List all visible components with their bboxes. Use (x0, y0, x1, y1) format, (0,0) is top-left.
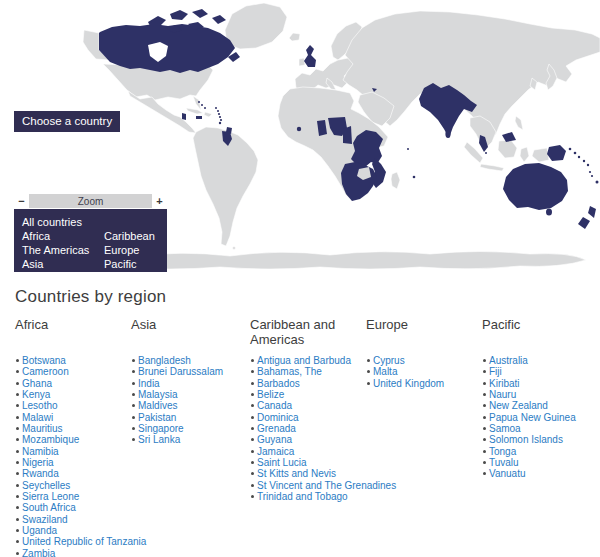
country-link-barbados[interactable]: Barbados (257, 378, 300, 389)
country-link-canada[interactable]: Canada (257, 400, 292, 411)
map-bahamas (198, 101, 200, 103)
map-png-island (569, 148, 572, 151)
country-link-united-kingdom[interactable]: United Kingdom (373, 378, 444, 389)
map-new-zealand-south (578, 217, 590, 229)
country-link-bangladesh[interactable]: Bangladesh (138, 355, 191, 366)
country-link-namibia[interactable]: Namibia (22, 446, 59, 457)
country-link-antigua-and-barbuda[interactable]: Antigua and Barbuda (257, 355, 351, 366)
country-link-malaysia[interactable]: Malaysia (138, 389, 177, 400)
country-list-item: Australia (489, 355, 588, 366)
country-list-item: Jamaica (257, 446, 362, 457)
country-list-item: Guyana (257, 434, 362, 445)
country-link-fiji[interactable]: Fiji (489, 366, 502, 377)
country-link-trinidad-and-tobago[interactable]: Trinidad and Tobago (257, 491, 348, 502)
country-list-item: Namibia (22, 446, 127, 457)
country-list-item: Bahamas, The (257, 366, 362, 377)
country-link-rwanda[interactable]: Rwanda (22, 468, 59, 479)
country-list-item: Pakistan (138, 412, 246, 423)
map-tasmania (546, 209, 552, 216)
country-link-nigeria[interactable]: Nigeria (22, 457, 54, 468)
region-filter-pacific[interactable]: Pacific (104, 257, 159, 271)
country-list-item: Solomon Islands (489, 434, 588, 445)
country-link-guyana[interactable]: Guyana (257, 434, 292, 445)
region-filter-europe[interactable]: Europe (104, 243, 159, 257)
country-link-india[interactable]: India (138, 378, 160, 389)
country-link-jamaica[interactable]: Jamaica (257, 446, 294, 457)
country-list-item: Maldives (138, 400, 246, 411)
country-link-grenada[interactable]: Grenada (257, 423, 296, 434)
region-filter-africa[interactable]: Africa (22, 229, 104, 243)
country-link-samoa[interactable]: Samoa (489, 423, 521, 434)
map-papua-new-guinea (547, 145, 566, 161)
country-list-item: Cyprus (373, 355, 478, 366)
country-link-vanuatu[interactable]: Vanuatu (489, 468, 526, 479)
country-link-united-republic-of-tanzania[interactable]: United Republic of Tanzania (22, 536, 146, 547)
region-filter-all-countries[interactable]: All countries (22, 215, 159, 229)
country-link-mauritius[interactable]: Mauritius (22, 423, 63, 434)
country-list-item: Cameroon (22, 366, 127, 377)
country-link-nauru[interactable]: Nauru (489, 389, 516, 400)
country-link-ghana[interactable]: Ghana (22, 378, 52, 389)
country-link-sierra-leone[interactable]: Sierra Leone (22, 491, 79, 502)
map-philippines (515, 116, 523, 130)
country-link-papua-new-guinea[interactable]: Papua New Guinea (489, 412, 576, 423)
map-png-island (574, 152, 577, 155)
region-filter-caribbean[interactable]: Caribbean (104, 229, 159, 243)
zoom-label: Zoom (29, 196, 152, 207)
country-list-item: Canada (257, 400, 362, 411)
country-link-new-zealand[interactable]: New Zealand (489, 400, 548, 411)
map-antilles (215, 107, 217, 109)
map-australia (503, 163, 568, 210)
map-zoom-control: − Zoom + (14, 194, 167, 208)
country-list-item: Singapore (138, 423, 246, 434)
country-link-malta[interactable]: Malta (373, 366, 397, 377)
country-list-item: Zambia (22, 548, 127, 557)
map-madagascar (391, 172, 400, 189)
country-list-item: Kiribati (489, 378, 588, 389)
country-link-solomon-islands[interactable]: Solomon Islands (489, 434, 563, 445)
country-link-sri-lanka[interactable]: Sri Lanka (138, 434, 180, 445)
country-link-st-kitts-and-nevis[interactable]: St Kitts and Nevis (257, 468, 336, 479)
country-link-botswana[interactable]: Botswana (22, 355, 66, 366)
country-link-bahamas-the[interactable]: Bahamas, The (257, 366, 322, 377)
country-list-item: New Zealand (489, 400, 588, 411)
map-antilles (220, 119, 222, 121)
country-link-tuvalu[interactable]: Tuvalu (489, 457, 519, 468)
country-link-belize[interactable]: Belize (257, 389, 284, 400)
country-link-brunei-darussalam[interactable]: Brunei Darussalam (138, 366, 223, 377)
map-arctic-island (148, 16, 166, 26)
country-link-uganda[interactable]: Uganda (22, 525, 57, 536)
country-link-kiribati[interactable]: Kiribati (489, 378, 520, 389)
country-link-cyprus[interactable]: Cyprus (373, 355, 405, 366)
country-link-cameroon[interactable]: Cameroon (22, 366, 69, 377)
country-link-dominica[interactable]: Dominica (257, 412, 299, 423)
region-filter-the-americas[interactable]: The Americas (22, 243, 104, 257)
zoom-out-button[interactable]: − (14, 194, 29, 208)
country-list-item: Lesotho (22, 400, 127, 411)
map-cameroon (343, 126, 352, 144)
country-list-item: St Kitts and Nevis (257, 468, 362, 479)
country-link-singapore[interactable]: Singapore (138, 423, 184, 434)
map-antilles (219, 122, 221, 124)
map-singapore (485, 152, 487, 154)
choose-country-button[interactable]: Choose a country (14, 111, 120, 132)
map-falklands (233, 247, 236, 250)
country-link-australia[interactable]: Australia (489, 355, 528, 366)
country-link-zambia[interactable]: Zambia (22, 548, 55, 557)
country-link-lesotho[interactable]: Lesotho (22, 400, 58, 411)
country-link-swaziland[interactable]: Swaziland (22, 514, 68, 525)
country-link-seychelles[interactable]: Seychelles (22, 480, 70, 491)
zoom-in-button[interactable]: + (152, 194, 167, 208)
map-sierra-leone (297, 127, 301, 131)
country-link-malawi[interactable]: Malawi (22, 412, 53, 423)
region-filter-asia[interactable]: Asia (22, 257, 104, 271)
country-link-mozambique[interactable]: Mozambique (22, 434, 79, 445)
country-link-kenya[interactable]: Kenya (22, 389, 50, 400)
country-link-south-africa[interactable]: South Africa (22, 502, 76, 513)
country-link-tonga[interactable]: Tonga (489, 446, 516, 457)
map-sulawesi (520, 147, 529, 162)
country-link-pakistan[interactable]: Pakistan (138, 412, 176, 423)
country-link-st-vincent-and-the-grenadines[interactable]: St Vincent and The Grenadines (257, 480, 396, 491)
country-link-saint-lucia[interactable]: Saint Lucia (257, 457, 306, 468)
country-link-maldives[interactable]: Maldives (138, 400, 177, 411)
